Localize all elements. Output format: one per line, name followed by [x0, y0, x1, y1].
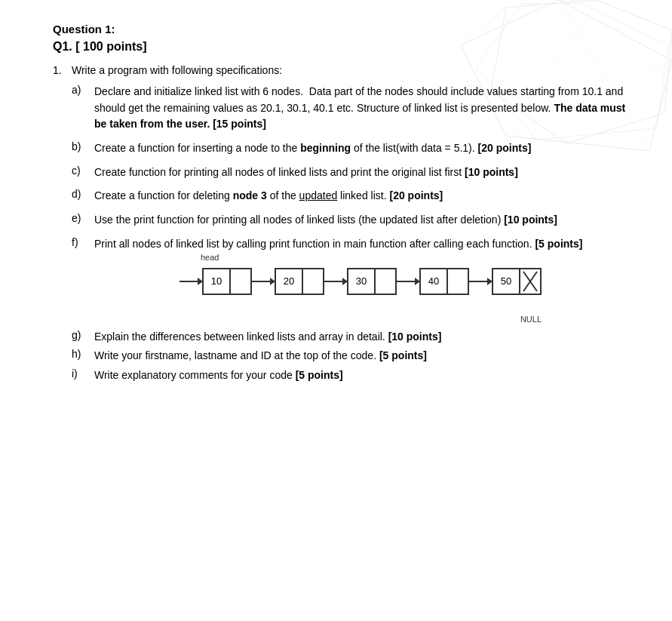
node-20-pointer	[303, 269, 323, 294]
g-text-h: Write your firstname, lastname and ID at…	[94, 348, 634, 364]
diagram-container: head 10	[72, 268, 634, 310]
sub-text-e: Use the print function for printing all …	[94, 212, 634, 229]
node-30-pointer	[376, 269, 395, 294]
sub-text-a-bold: The data must be taken from the user. [1…	[94, 102, 625, 131]
page-container: Question 1: Q1. [ 100 points] 1. Write a…	[0, 0, 672, 621]
line-1	[252, 281, 275, 282]
main-list: 1. Write a program with following specif…	[53, 64, 634, 387]
line-3	[397, 281, 419, 282]
g-letter-h: h)	[72, 348, 94, 360]
node-50-null	[520, 269, 540, 294]
sub-letter-f: f)	[72, 236, 94, 248]
initial-arrow	[180, 281, 202, 282]
sub-text-c: Create function for printing all nodes o…	[94, 164, 634, 181]
node-50: 50	[492, 268, 542, 295]
node-20-data: 20	[276, 269, 303, 294]
sub-letter-b: b)	[72, 140, 94, 152]
sub-text-d: Create a function for deleting node 3 of…	[94, 188, 634, 204]
arrow-1	[252, 281, 275, 282]
intro-text: Write a program with following specifica…	[72, 64, 282, 76]
sub-text-a: Declare and initialize linked list with …	[94, 84, 634, 133]
g-text-i: Write explanatory comments for your code…	[94, 367, 634, 384]
arrow-2	[324, 281, 347, 282]
sub-item-f: f) Print all nodes of linked list by cal…	[72, 236, 634, 253]
sub-letter-c: c)	[72, 164, 94, 177]
arrow-3	[397, 281, 419, 282]
head-label: head	[201, 253, 219, 262]
sub-item-d: d) Create a function for deleting node 3…	[72, 188, 634, 204]
g-text-g: Explain the differences between linked l…	[94, 329, 634, 346]
sub-text-d-points: [20 points]	[389, 189, 443, 201]
main-list-num: 1.	[53, 64, 72, 76]
sub-item-e: e) Use the print function for printing a…	[72, 212, 634, 229]
g-list: g) Explain the differences between linke…	[72, 329, 634, 384]
sub-text-d-bold: node 3	[233, 189, 267, 201]
sub-item-b: b) Create a function for inserting a nod…	[72, 140, 634, 157]
page-content: Question 1: Q1. [ 100 points] 1. Write a…	[0, 0, 672, 411]
sub-item-c: c) Create function for printing all node…	[72, 164, 634, 181]
g-letter-g: g)	[72, 329, 94, 341]
g-item-i: i) Write explanatory comments for your c…	[72, 367, 634, 384]
main-list-content: Write a program with following specifica…	[72, 64, 634, 387]
node-10-pointer	[231, 269, 250, 294]
sub-text-f-bold: [5 points]	[535, 238, 582, 250]
g-text-g-bold: [10 points]	[388, 330, 442, 343]
sub-text-e-bold: [10 points]	[504, 214, 557, 226]
sub-letter-e: e)	[72, 212, 94, 224]
sub-letter-d: d)	[72, 188, 94, 200]
sub-item-a: a) Declare and initialize linked list wi…	[72, 84, 634, 133]
node-50-data: 50	[493, 269, 520, 294]
sub-list: a) Declare and initialize linked list wi…	[72, 84, 634, 253]
arrow-4	[469, 281, 492, 282]
node-40-data: 40	[421, 269, 448, 294]
node-40: 40	[419, 268, 469, 295]
null-label: NULL	[520, 315, 542, 324]
node-20: 20	[275, 268, 324, 295]
node-10: 10	[202, 268, 252, 295]
sub-text-b-bold2: [20 points]	[478, 142, 532, 154]
sub-text-b: Create a function for inserting a node t…	[94, 140, 634, 157]
question-title: Question 1:	[53, 23, 634, 35]
g-letter-i: i)	[72, 367, 94, 380]
g-item-h: h) Write your firstname, lastname and ID…	[72, 348, 634, 364]
initial-line	[180, 281, 202, 282]
sub-text-b-bold1: beginning	[300, 142, 351, 154]
sub-text-c-bold: [10 points]	[465, 166, 518, 178]
line-2	[324, 281, 347, 282]
sub-letter-a: a)	[72, 84, 94, 96]
sub-text-d-underline: updated	[299, 189, 338, 201]
main-list-item-1: 1. Write a program with following specif…	[53, 64, 634, 387]
g-text-i-bold: [5 points]	[296, 369, 343, 381]
node-10-data: 10	[204, 269, 231, 294]
q1-header: Q1. [ 100 points]	[53, 40, 634, 54]
g-text-h-bold: [5 points]	[379, 349, 427, 361]
line-4	[469, 281, 492, 282]
node-40-pointer	[448, 269, 468, 294]
g-item-g: g) Explain the differences between linke…	[72, 329, 634, 346]
sub-text-f: Print all nodes of linked list by callin…	[94, 236, 634, 253]
node-30: 30	[347, 268, 397, 295]
diagram-wrapper: 10 20	[180, 268, 542, 295]
node-30-data: 30	[348, 269, 376, 294]
diagram-outer: head 10	[180, 268, 542, 310]
